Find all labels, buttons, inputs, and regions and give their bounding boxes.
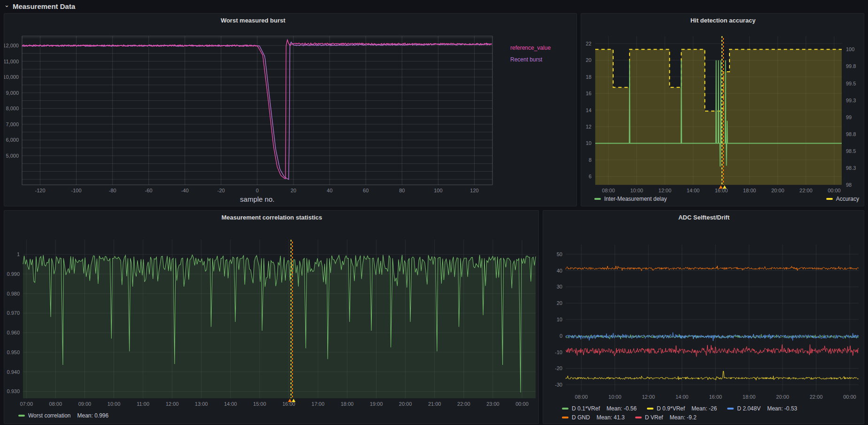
svg-text:21:00: 21:00 [428,401,441,407]
legend-measurement-correlation: Worst correlationMean: 0.996 [18,412,108,419]
svg-text:14:00: 14:00 [676,394,689,400]
svg-text:20: 20 [291,188,296,193]
svg-text:99.5: 99.5 [846,81,856,86]
panel-title-adc-selftest-drift[interactable]: ADC Selftest/Drift [543,214,865,221]
svg-text:07:00: 07:00 [20,401,33,407]
svg-text:20:00: 20:00 [399,401,412,407]
legend-swatch-icon [18,415,25,417]
legend-item-inter-measurement-delay[interactable]: Inter-Measurement delay [594,196,667,202]
svg-text:98.8: 98.8 [846,131,856,137]
legend-mean-value: Mean: -26 [691,405,717,412]
svg-text:08:00: 08:00 [602,188,615,193]
svg-text:98.5: 98.5 [846,148,856,154]
svg-text:10: 10 [586,140,591,146]
svg-text:99.8: 99.8 [846,63,856,69]
legend-item-accuracy[interactable]: Accuracy [826,196,859,202]
svg-text:40: 40 [557,268,562,273]
svg-text:20:00: 20:00 [771,188,784,193]
svg-text:10,000: 10,000 [4,74,19,80]
svg-text:-60: -60 [145,188,153,193]
legend-label: D VRef [645,414,663,421]
svg-text:50: 50 [557,251,562,257]
legend-label: Recent burst [510,56,542,63]
svg-text:11,000: 11,000 [4,59,19,64]
svg-text:17:00: 17:00 [312,401,325,407]
svg-text:99: 99 [846,114,852,120]
panel-title-measurement-correlation[interactable]: Measurement correlation statistics [4,214,539,221]
svg-text:14:00: 14:00 [687,188,700,193]
svg-text:18: 18 [586,74,591,80]
svg-text:10:00: 10:00 [108,401,121,407]
svg-text:19:00: 19:00 [370,401,383,407]
svg-text:22:00: 22:00 [457,401,470,407]
svg-text:80: 80 [399,188,405,193]
legend-item-recent-burst[interactable]: Recent burst [510,56,551,63]
svg-text:-40: -40 [181,188,189,193]
legend-item-reference-value[interactable]: reference_value [510,45,551,51]
svg-text:14:00: 14:00 [224,401,237,407]
legend-item-worst-correlation[interactable]: Worst correlationMean: 0.996 [18,412,108,419]
adc-selftest-drift-chart[interactable]: 08:0010:0012:0014:0016:0018:0020:0022:00… [543,211,865,425]
svg-text:8: 8 [589,157,591,163]
legend-label: Worst correlation [28,412,70,419]
svg-text:5,000: 5,000 [6,153,19,159]
svg-text:40: 40 [327,188,332,193]
svg-text:20: 20 [586,57,591,63]
legend-item-d-vref[interactable]: D VRefMean: -9.2 [635,414,697,421]
svg-text:98.3: 98.3 [846,165,856,171]
svg-text:16:00: 16:00 [709,394,722,400]
svg-text:08:00: 08:00 [49,401,62,407]
svg-text:-120: -120 [35,188,46,193]
svg-text:-10: -10 [555,349,562,355]
svg-text:18:00: 18:00 [743,188,756,193]
legend-mean-value: Mean: -0.53 [767,405,797,412]
measurement-correlation-chart[interactable]: 07:0008:0009:0010:0011:0012:0013:0014:00… [4,211,539,425]
legend-item-d-gnd[interactable]: D GNDMean: 41.3 [562,414,625,421]
svg-text:22:00: 22:00 [810,394,823,400]
svg-text:60: 60 [363,188,369,193]
svg-text:8,000: 8,000 [6,106,19,111]
legend-mean-value: Mean: -0.56 [607,405,637,412]
svg-text:-100: -100 [71,188,82,193]
svg-text:00:00: 00:00 [843,394,856,400]
svg-text:10:00: 10:00 [630,188,643,193]
legend-item-d-0-9-vref[interactable]: D 0.9*VRefMean: -26 [647,405,717,412]
svg-text:15:00: 15:00 [253,401,266,407]
svg-text:-20: -20 [555,365,562,371]
svg-text:0.950: 0.950 [7,349,20,355]
svg-text:99.3: 99.3 [846,98,856,103]
hit-detection-accuracy-chart[interactable]: 08:0010:0012:0014:0016:0018:0020:0022:00… [581,14,865,207]
legend-mean-value: Mean: 0.996 [77,412,108,419]
chevron-down-icon: ⌄ [4,3,9,8]
panel-adc-selftest-drift: 08:0010:0012:0014:0016:0018:0020:0022:00… [543,210,864,424]
svg-text:20: 20 [557,300,562,306]
svg-text:0: 0 [560,333,562,339]
svg-text:1: 1 [17,251,20,257]
svg-text:12:00: 12:00 [166,401,179,407]
svg-text:0.990: 0.990 [7,271,20,277]
svg-text:12: 12 [586,124,591,129]
svg-text:00:00: 00:00 [828,188,841,193]
svg-text:00:00: 00:00 [515,401,529,407]
legend-item-d-2-048v[interactable]: D 2.048VMean: -0.53 [727,405,797,412]
svg-text:0.970: 0.970 [7,310,20,316]
svg-text:23:00: 23:00 [486,401,499,407]
svg-text:-30: -30 [555,382,562,387]
legend-swatch-icon [826,198,833,200]
worst-measured-burst-chart[interactable]: -120-100-80-60-40-200204060801001205,000… [4,14,577,207]
svg-text:09:00: 09:00 [78,401,92,407]
legend-item-d-0-1-vref[interactable]: D 0.1*VRefMean: -0.56 [562,405,637,412]
svg-text:08:00: 08:00 [575,394,588,400]
legend-label: reference_value [510,45,551,51]
svg-text:10: 10 [557,317,562,322]
svg-text:0.960: 0.960 [7,330,20,335]
svg-text:7,000: 7,000 [6,121,19,127]
svg-text:6: 6 [589,174,591,179]
panel-title-worst-measured-burst[interactable]: Worst measured burst [4,17,502,24]
svg-text:9,000: 9,000 [6,90,19,96]
svg-text:0.940: 0.940 [7,369,20,375]
svg-text:120: 120 [470,188,478,193]
panel-title-hit-detection-accuracy[interactable]: Hit detection accuracy [581,17,865,24]
section-header[interactable]: ⌄ Measurement Data [0,0,75,12]
legend-hit-detection-accuracy: Inter-Measurement delayAccuracy [594,196,859,202]
